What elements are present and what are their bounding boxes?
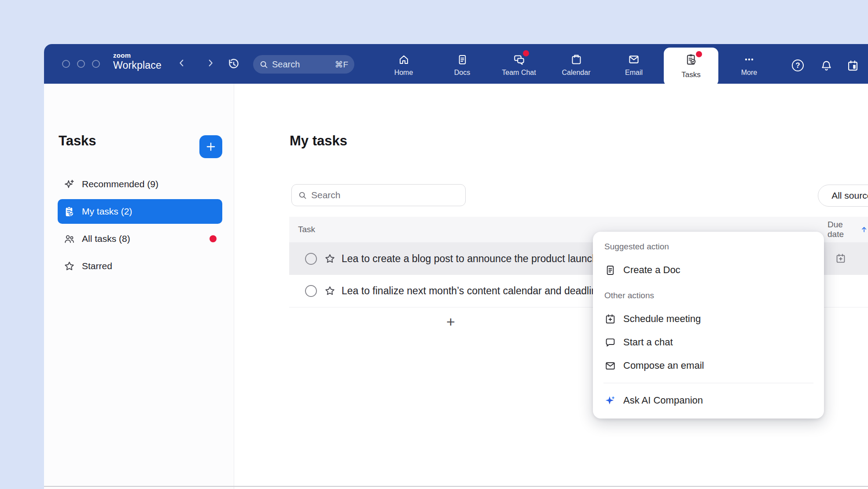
star-toggle[interactable]: [324, 285, 336, 297]
star-toggle[interactable]: [324, 253, 336, 265]
window-close-button[interactable]: [62, 60, 70, 68]
plus-icon: [205, 141, 217, 153]
global-search[interactable]: ⌘F: [253, 55, 354, 74]
sources-filter-dropdown[interactable]: All sources: [818, 185, 868, 207]
logo-zoom-text: zoom: [113, 52, 162, 59]
menu-item-label: Create a Doc: [623, 264, 680, 276]
chat-bubble-icon: [604, 337, 616, 348]
menu-section-label: Other actions: [604, 291, 654, 300]
tasks-sidebar: Tasks Recommended (9): [44, 84, 234, 489]
sidebar-item-label: All tasks (8): [82, 233, 130, 244]
doc-icon: [604, 264, 616, 276]
menu-item-compose-email[interactable]: Compose an email: [598, 356, 819, 376]
top-navbar: zoom Workplace ⌘F Home: [44, 44, 868, 84]
nav-item-home[interactable]: Home: [381, 53, 427, 80]
due-date-cell[interactable]: [821, 242, 868, 275]
menu-item-label: Compose an email: [623, 360, 704, 371]
nav-item-docs[interactable]: Docs: [439, 53, 485, 80]
nav-item-calendar[interactable]: Calendar: [553, 53, 599, 80]
column-task: Task: [298, 225, 315, 234]
column-due-date[interactable]: Due date: [828, 220, 868, 239]
sidebar-item-recommended[interactable]: Recommended (9): [58, 172, 222, 196]
menu-item-label: Start a chat: [623, 337, 673, 348]
menu-item-create-doc[interactable]: Create a Doc: [598, 260, 819, 280]
add-task-inline-button[interactable]: +: [441, 313, 460, 330]
all-tasks-badge: [210, 235, 217, 242]
task-actions-menu: Suggested action Create a Doc Other acti…: [593, 232, 824, 419]
email-icon: [628, 53, 640, 66]
zoom-workplace-logo: zoom Workplace: [113, 52, 162, 70]
chevron-left-icon: [177, 58, 187, 68]
more-icon: [743, 53, 755, 66]
sidebar-item-label: Starred: [82, 261, 112, 271]
my-tasks-clipboard-icon: [63, 206, 75, 218]
task-complete-checkbox[interactable]: [305, 253, 317, 265]
menu-item-ask-ai-companion[interactable]: Ask AI Companion: [598, 390, 819, 411]
menu-item-label: Schedule meeting: [623, 313, 701, 325]
page-title: My tasks: [290, 133, 347, 149]
nav-label: Calendar: [562, 69, 591, 77]
window-bottom-edge: [44, 486, 868, 487]
tasks-search-input[interactable]: [311, 190, 443, 200]
logo-workplace-text: Workplace: [113, 60, 162, 70]
nav-item-team-chat[interactable]: Team Chat: [496, 53, 542, 80]
global-search-input[interactable]: [272, 59, 325, 70]
nav-item-tasks-active-tab[interactable]: Tasks: [664, 48, 718, 86]
star-icon: [63, 260, 75, 272]
menu-item-label: Ask AI Companion: [623, 395, 703, 406]
back-button[interactable]: [176, 57, 188, 69]
add-due-date-icon: [835, 253, 846, 264]
nav-label: Docs: [454, 69, 470, 77]
history-button[interactable]: [227, 57, 240, 70]
calendar-icon: [570, 53, 582, 66]
chevron-right-icon: [206, 58, 215, 68]
schedule-button[interactable]: [846, 59, 859, 72]
sidebar-item-all-tasks[interactable]: All tasks (8): [58, 226, 222, 251]
docs-icon: [456, 53, 468, 66]
bell-icon: [820, 59, 833, 72]
menu-item-schedule-meeting[interactable]: Schedule meeting: [598, 309, 819, 329]
calendar-date-icon: [846, 59, 859, 72]
nav-label: Team Chat: [502, 69, 536, 77]
new-task-button[interactable]: [199, 135, 222, 158]
menu-item-start-chat[interactable]: Start a chat: [598, 332, 819, 352]
nav-item-email[interactable]: Email: [611, 53, 657, 80]
task-title: Lea to create a blog post to announce th…: [342, 253, 598, 265]
task-title: Lea to finalize next month’s content cal…: [342, 285, 607, 297]
calendar-plus-icon: [604, 313, 616, 325]
menu-divider: [603, 383, 813, 383]
nav-label: Email: [625, 69, 643, 77]
tasks-badge: [696, 51, 702, 57]
team-chat-icon: [513, 53, 526, 66]
notifications-button[interactable]: [820, 59, 833, 72]
sort-ascending-icon: [860, 225, 868, 234]
ai-companion-icon: [604, 395, 616, 407]
team-chat-badge: [523, 50, 529, 56]
help-button[interactable]: ?: [792, 59, 804, 71]
sidebar-item-my-tasks[interactable]: My tasks (2): [58, 199, 222, 224]
nav-label: More: [741, 69, 757, 77]
search-shortcut-hint: ⌘F: [335, 59, 348, 70]
history-clock-icon: [227, 57, 240, 70]
column-label: Due date: [828, 220, 856, 239]
tasks-search[interactable]: [291, 184, 466, 206]
nav-item-more[interactable]: More: [726, 53, 772, 80]
menu-section-label: Suggested action: [604, 242, 669, 252]
email-icon: [604, 360, 616, 372]
sources-filter-label: All sources: [831, 190, 868, 201]
sidebar-title: Tasks: [59, 133, 96, 149]
nav-label: Tasks: [681, 70, 700, 79]
forward-button[interactable]: [205, 57, 216, 69]
app-window: zoom Workplace ⌘F Home: [44, 44, 868, 489]
search-icon: [259, 60, 268, 69]
task-complete-checkbox[interactable]: [305, 285, 317, 297]
people-icon: [63, 233, 75, 245]
sidebar-item-label: My tasks (2): [82, 206, 132, 217]
tasks-clipboard-icon: [684, 53, 698, 67]
window-minimize-button[interactable]: [77, 60, 85, 68]
sidebar-item-label: Recommended (9): [82, 179, 158, 189]
sparkle-icon: [63, 178, 75, 190]
window-zoom-button[interactable]: [92, 60, 100, 68]
home-icon: [398, 53, 410, 66]
sidebar-item-starred[interactable]: Starred: [58, 254, 222, 278]
